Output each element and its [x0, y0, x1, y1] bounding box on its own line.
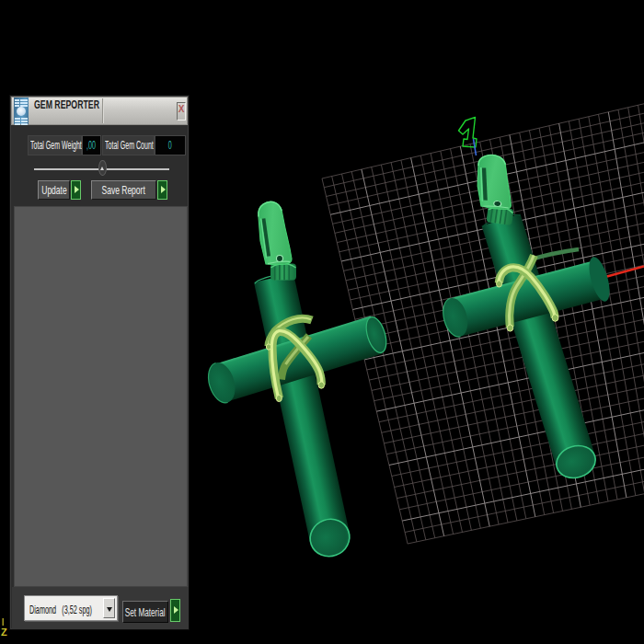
svg-text:Z: Z — [1, 627, 7, 638]
